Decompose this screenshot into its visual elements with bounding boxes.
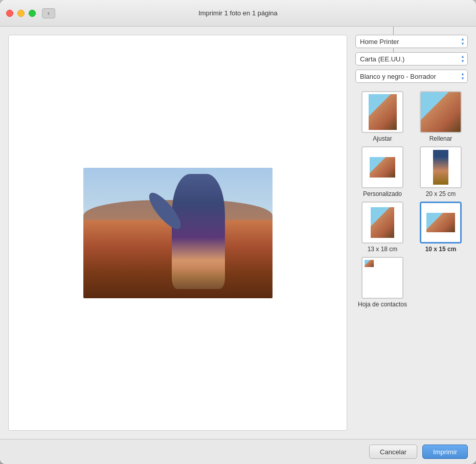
thumb-20x25-inner	[421, 147, 461, 187]
thumb-10x15-photo	[426, 213, 455, 232]
cancel-button[interactable]: Cancelar	[369, 445, 417, 459]
thumb-rellenar-photo	[421, 92, 461, 132]
printer-dropdown-wrapper[interactable]: Home Printer ▲ ▼	[355, 35, 468, 48]
close-button[interactable]	[6, 10, 13, 17]
thumb-ajustar-inner	[362, 92, 402, 132]
thumb-ajustar	[361, 91, 403, 133]
thumb-rellenar	[420, 91, 462, 133]
layout-options-grid: Ajustar Rellenar Personali	[355, 91, 468, 308]
option-contactos[interactable]: Hoja de contactos	[355, 257, 410, 308]
thumb-contactos	[361, 257, 403, 299]
label-contactos: Hoja de contactos	[358, 301, 407, 308]
label-personalizado: Personalizado	[363, 190, 402, 197]
label-10x15: 10 x 15 cm	[425, 246, 457, 253]
thumb-13x18-photo	[371, 207, 394, 238]
option-10x15[interactable]: 10 x 15 cm	[414, 202, 468, 253]
paper-select[interactable]: Carta (EE.UU.)	[355, 52, 468, 65]
thumb-personalizado	[361, 146, 403, 188]
option-rellenar[interactable]: Rellenar	[414, 91, 468, 142]
thumb-personalizado-inner	[362, 147, 402, 187]
thumb-10x15-inner	[421, 203, 460, 242]
option-20x25[interactable]: 20 x 25 cm	[414, 146, 468, 197]
thumb-10x15	[420, 202, 462, 244]
back-icon: ‹	[48, 10, 50, 17]
preview-panel	[8, 35, 347, 431]
thumb-contactos-inner	[362, 258, 402, 298]
print-button[interactable]: Imprimir	[422, 445, 468, 459]
minimize-button[interactable]	[17, 10, 25, 17]
window-title: Imprimir 1 foto en 1 página	[198, 9, 278, 17]
maximize-button[interactable]	[29, 10, 36, 17]
printer-select[interactable]: Home Printer	[355, 35, 468, 48]
label-20x25: 20 x 25 cm	[426, 190, 456, 197]
label-rellenar: Rellenar	[429, 135, 452, 142]
main-content: Home Printer ▲ ▼ Carta (EE.UU.) ▲ ▼	[0, 27, 476, 439]
thumb-13x18	[361, 202, 403, 244]
label-13x18: 13 x 18 cm	[368, 246, 398, 253]
print-window: ‹ Imprimir 1 foto en 1 página	[0, 0, 476, 464]
titlebar: ‹ Imprimir 1 foto en 1 página	[0, 0, 476, 27]
thumb-20x25-photo	[433, 150, 448, 185]
label-ajustar: Ajustar	[373, 135, 392, 142]
thumb-13x18-inner	[362, 203, 402, 242]
quality-select[interactable]: Blanco y negro - Borrador	[355, 70, 468, 83]
thumb-20x25	[420, 146, 462, 188]
option-13x18[interactable]: 13 x 18 cm	[355, 202, 410, 253]
thumb-ajustar-photo	[369, 94, 397, 130]
bottom-bar: Cancelar Imprimir	[0, 439, 476, 464]
photo-preview	[83, 168, 273, 298]
traffic-lights	[6, 10, 36, 17]
option-ajustar[interactable]: Ajustar	[355, 91, 410, 142]
thumb-contactos-photo	[365, 260, 374, 267]
thumb-personalizado-photo	[370, 157, 395, 178]
right-panel: Home Printer ▲ ▼ Carta (EE.UU.) ▲ ▼	[355, 35, 468, 431]
option-personalizado[interactable]: Personalizado	[355, 146, 410, 197]
back-button[interactable]: ‹	[42, 8, 55, 18]
quality-dropdown-wrapper[interactable]: Blanco y negro - Borrador ▲ ▼	[355, 70, 468, 83]
paper-dropdown-wrapper[interactable]: Carta (EE.UU.) ▲ ▼	[355, 52, 468, 65]
